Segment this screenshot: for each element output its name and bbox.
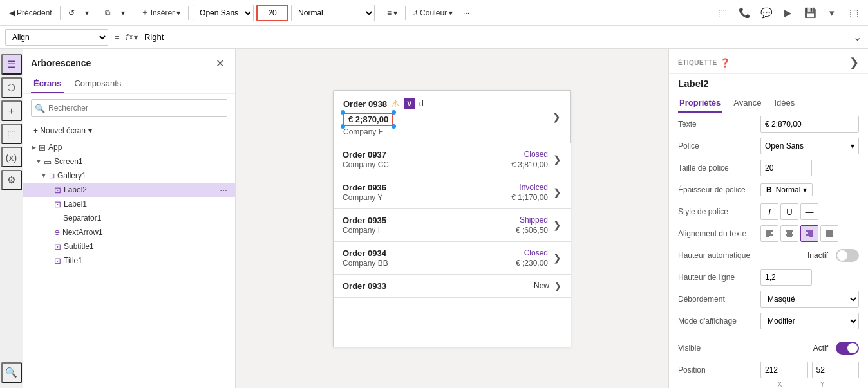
prop-text-input[interactable] [760, 116, 859, 133]
gallery-item-3-status: Shipped [520, 216, 548, 225]
tab-advanced[interactable]: Avancé [732, 94, 762, 113]
align-left-button[interactable] [760, 225, 778, 242]
gallery-item-2-order: Order 0936 [343, 183, 386, 192]
sidebar-layers-icon[interactable]: ⬡ [1, 77, 22, 98]
right-panel-expand-icon[interactable]: ❯ [849, 55, 859, 69]
phone-icon-button[interactable]: 📞 [735, 4, 753, 22]
left-sidebar: ☰ ⬡ ＋ ⬚ (x) ⚙ 🔍 [0, 49, 23, 388]
gallery-item-0-chevron[interactable]: ❯ [552, 111, 561, 123]
tree-item-app[interactable]: ▶ ⊞ App [23, 140, 235, 154]
search-input[interactable] [31, 99, 227, 117]
color-icon: 𝐴 [413, 8, 418, 17]
insert-button[interactable]: ＋ Insérer ▾ [137, 5, 184, 20]
play-icon-button[interactable]: ▶ [779, 4, 797, 22]
prop-fontsize-input[interactable] [760, 160, 812, 176]
prop-style-label: Style de police [678, 207, 755, 216]
prop-position-y-input[interactable] [812, 362, 860, 378]
tree-item-label1[interactable]: ⊡ Label1 [23, 197, 235, 211]
tag-help-icon[interactable]: ❓ [720, 58, 731, 68]
panel-close-button[interactable]: ✕ [212, 55, 227, 71]
gallery-item-5-chevron[interactable]: ❯ [554, 281, 561, 291]
new-screen-button[interactable]: + Nouvel écran ▾ [31, 125, 95, 136]
prop-font-select[interactable]: Open Sans ▾ [760, 138, 859, 154]
font-style-select[interactable]: Normal [291, 5, 375, 21]
gallery-item-1-status: Closed [524, 150, 548, 159]
prop-displaymode-row: Mode d'affichage Modifier [669, 310, 868, 332]
prop-align-row: Alignement du texte [669, 223, 868, 245]
gallery-item-0[interactable]: Order 0938 ⚠ V d € 2;870,00 Com [334, 91, 571, 143]
gallery-item-3[interactable]: Order 0935 Shipped Company I € ;606,50 ❯ [334, 209, 571, 242]
back-button[interactable]: ◀ Précédent [5, 6, 56, 19]
tree-label-gallery1: Gallery1 [57, 171, 230, 180]
sidebar-search-icon[interactable]: 🔍 [1, 362, 22, 383]
copy-button[interactable]: ⧉ [101, 6, 115, 19]
tree-item-nextarrow1[interactable]: ⊕ NextArrow1 [23, 225, 235, 239]
tree-item-dots[interactable]: ··· [217, 185, 230, 195]
formula-selector[interactable]: Align [5, 29, 108, 46]
undo-dropdown[interactable]: ▾ [81, 6, 93, 19]
italic-button[interactable]: I [760, 203, 778, 220]
gallery-item-2-amount: € 1;170,00 [511, 193, 548, 202]
tree-item-screen1[interactable]: ▼ ▭ Screen1 [23, 154, 235, 169]
align-justify-button[interactable] [820, 225, 838, 242]
tab-components[interactable]: Composants [71, 75, 124, 93]
sidebar-plus-icon[interactable]: ＋ [1, 100, 22, 121]
v-badge: V [404, 98, 415, 109]
sidebar-data-icon[interactable]: ⬚ [1, 124, 22, 144]
gallery-item-4[interactable]: Order 0934 Closed Company BB € ;230,00 ❯ [334, 242, 571, 275]
gallery-item-1-company: Company CC [343, 160, 389, 169]
tree-item-title1[interactable]: ⊡ Title1 [23, 254, 235, 268]
tree-item-label2[interactable]: ⊡ Label2 ··· [23, 183, 235, 197]
formula-expand-icon[interactable]: ⌄ [852, 30, 863, 44]
autoheight-toggle[interactable] [836, 249, 859, 262]
save-icon-button[interactable]: 💾 [801, 4, 819, 22]
sidebar-settings-icon[interactable]: ⚙ [1, 170, 22, 190]
handle-br [392, 124, 396, 129]
strikethrough-button[interactable]: — [800, 203, 818, 220]
prop-displaymode-select[interactable]: Modifier [760, 313, 859, 329]
prop-position-x-input[interactable] [760, 362, 808, 378]
more-button[interactable]: ··· [459, 6, 473, 19]
copy-dropdown[interactable]: ▾ [117, 6, 129, 19]
prop-overflow-select[interactable]: Masqué [760, 291, 859, 308]
underline-button[interactable]: U [780, 203, 798, 220]
gallery-item-1-chevron[interactable]: ❯ [553, 154, 561, 165]
font-size-input[interactable]: 20 [256, 5, 288, 21]
sidebar-variables-icon[interactable]: (x) [1, 147, 22, 167]
fx-button[interactable]: fx ▾ [126, 33, 138, 42]
tree-item-gallery1[interactable]: ▼ ⊞ Gallery1 [23, 169, 235, 183]
formula-input[interactable]: Right [142, 31, 848, 43]
font-family-select[interactable]: Open Sans [193, 5, 254, 21]
tree-item-separator1[interactable]: — Separator1 [23, 211, 235, 225]
gallery-item-5[interactable]: Order 0933 New ❯ [334, 275, 571, 298]
sidebar-tree-icon[interactable]: ☰ [1, 54, 22, 75]
monitor-icon-button[interactable]: ⬚ [713, 4, 731, 22]
visible-toggle[interactable] [836, 342, 859, 355]
gallery-item-3-chevron[interactable]: ❯ [553, 219, 561, 231]
publish-icon-button[interactable]: ⬚ [845, 4, 863, 22]
comment-icon-button[interactable]: 💬 [757, 4, 775, 22]
undo-button[interactable]: ↺ [64, 6, 79, 19]
tab-properties[interactable]: Propriétés [678, 94, 722, 113]
gallery-item-1[interactable]: Order 0937 Closed Company CC € 3;810,00 … [334, 143, 571, 176]
fx-dropdown-icon: ▾ [134, 33, 138, 42]
tree-item-subtitle1[interactable]: ⊡ Subtitle1 [23, 239, 235, 254]
prop-weight-select[interactable]: B Normal ▾ [760, 183, 813, 196]
gallery-item-4-chevron[interactable]: ❯ [553, 252, 561, 264]
save-dropdown[interactable]: ▾ [823, 4, 841, 22]
separator-5 [379, 6, 379, 20]
selected-amount-label[interactable]: € 2;870,00 [343, 113, 393, 126]
prop-lineheight-label: Hauteur de ligne [678, 273, 755, 282]
tree-arrow-app: ▶ [28, 142, 39, 152]
tab-ideas[interactable]: Idées [773, 94, 796, 113]
gallery-item-2-chevron[interactable]: ❯ [553, 187, 561, 198]
align-right-button[interactable] [800, 225, 818, 242]
tab-screens[interactable]: Écrans [31, 75, 64, 93]
warning-icon: ⚠ [391, 98, 400, 110]
gallery-item-3-content: Order 0935 Shipped Company I € ;606,50 [343, 216, 548, 235]
prop-lineheight-input[interactable] [760, 269, 812, 286]
text-align-button[interactable]: ≡ ▾ [383, 6, 401, 19]
color-button[interactable]: 𝐴 Couleur ▾ [410, 6, 457, 19]
gallery-item-2[interactable]: Order 0936 Invoiced Company Y € 1;170,00… [334, 176, 571, 209]
align-center-button[interactable] [780, 225, 798, 242]
